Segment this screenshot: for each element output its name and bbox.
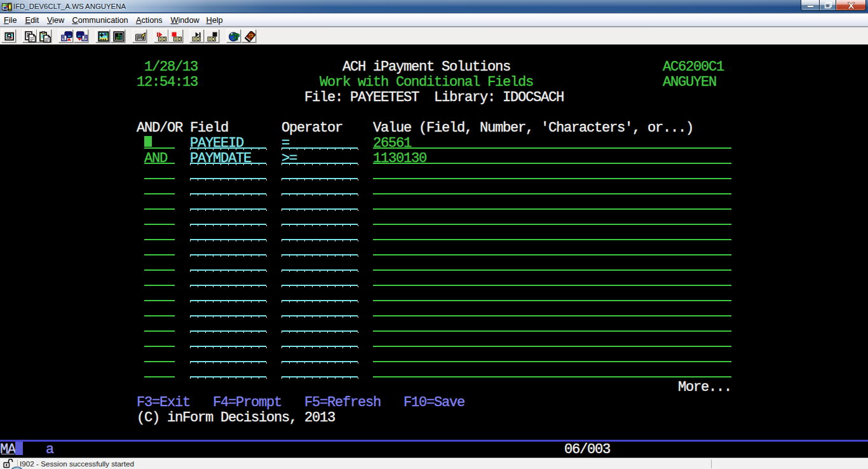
svg-text:?: ? [234,31,240,42]
